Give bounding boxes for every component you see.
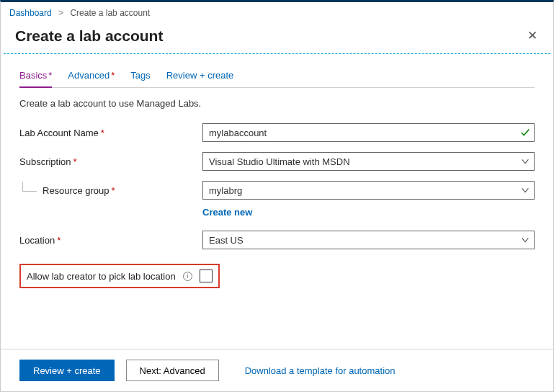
location-select[interactable]: East US: [202, 231, 535, 249]
create-new-link[interactable]: Create new: [202, 207, 252, 218]
tabs: Basics* Advanced* Tags Review + create: [19, 66, 535, 88]
row-lab-account-name: Lab Account Name* mylabaccount: [19, 123, 535, 142]
allow-creator-pick-checkbox[interactable]: [200, 270, 213, 282]
row-allow-creator-pick-location: Allow lab creator to pick lab location i: [19, 264, 220, 288]
footer: Review + create Next: Advanced Download …: [1, 349, 553, 391]
row-resource-group: Resource group* mylabrg: [19, 181, 535, 200]
lab-account-name-input[interactable]: mylabaccount: [202, 123, 535, 142]
tree-indent-icon: [22, 182, 37, 192]
label-lab-account-name: Lab Account Name*: [19, 128, 202, 138]
row-location: Location* East US: [19, 231, 535, 249]
chevron-right-icon: >: [58, 8, 63, 18]
subscription-select[interactable]: Visual Studio Ultimate with MSDN: [202, 152, 535, 171]
breadcrumb-root[interactable]: Dashboard: [9, 8, 52, 18]
tab-tags[interactable]: Tags: [130, 66, 150, 88]
download-template-link[interactable]: Download a template for automation: [245, 365, 396, 376]
chevron-down-icon: [520, 235, 530, 245]
tab-review[interactable]: Review + create: [166, 66, 234, 88]
page-title: Create a lab account: [15, 27, 163, 45]
divider: [4, 53, 550, 54]
row-subscription: Subscription* Visual Studio Ultimate wit…: [19, 152, 535, 171]
title-row: Create a lab account ✕: [1, 21, 553, 53]
row-create-new: Create new: [19, 204, 535, 218]
breadcrumb-current: Create a lab account: [70, 8, 150, 18]
chevron-down-icon: [520, 156, 530, 166]
review-create-button[interactable]: Review + create: [19, 360, 115, 381]
intro-text: Create a lab account to use Managed Labs…: [19, 98, 535, 109]
label-resource-group: Resource group*: [19, 185, 202, 196]
tab-advanced[interactable]: Advanced*: [68, 66, 115, 88]
label-subscription: Subscription*: [19, 156, 202, 167]
resource-group-select[interactable]: mylabrg: [202, 181, 535, 200]
label-allow-creator-pick: Allow lab creator to pick lab location: [27, 271, 176, 282]
tab-basics[interactable]: Basics*: [19, 66, 52, 88]
close-icon[interactable]: ✕: [523, 25, 542, 46]
label-location: Location*: [19, 235, 202, 246]
validation-success-icon: [520, 128, 530, 138]
info-icon[interactable]: i: [183, 272, 192, 281]
next-advanced-button[interactable]: Next: Advanced: [126, 360, 219, 381]
content-area: Basics* Advanced* Tags Review + create C…: [1, 66, 553, 349]
breadcrumb: Dashboard > Create a lab account: [1, 2, 553, 21]
chevron-down-icon: [520, 185, 530, 195]
